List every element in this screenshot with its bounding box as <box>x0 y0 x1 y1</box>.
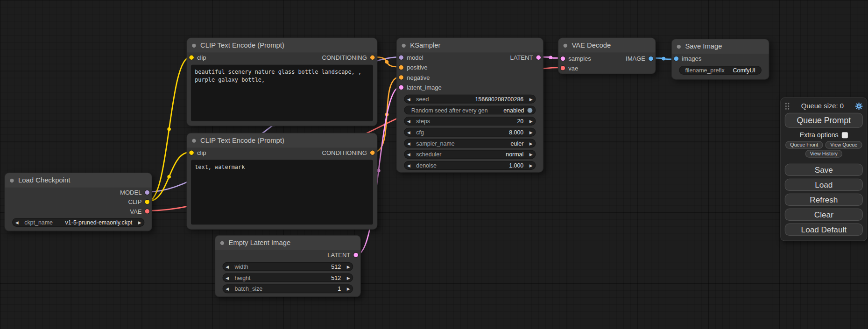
widget-value: v1-5-pruned-emaonly.ckpt <box>65 219 133 225</box>
increment-arrow-icon[interactable] <box>135 220 144 225</box>
widget-label: batch_size <box>235 286 263 292</box>
widget-filename-prefix[interactable]: filename_prefix ComfyUI <box>679 66 762 75</box>
widget-steps[interactable]: steps 20 <box>404 117 536 126</box>
increment-arrow-icon[interactable] <box>527 130 535 135</box>
positive-prompt-textarea[interactable]: beautiful scenery nature glass bottle la… <box>191 65 373 121</box>
output-dot-model[interactable] <box>145 190 149 194</box>
widget-seed[interactable]: seed 156680208700286 <box>404 95 536 104</box>
output-dot-conditioning[interactable] <box>370 56 374 60</box>
output-dot-vae[interactable] <box>145 209 149 213</box>
save-button[interactable]: Save <box>785 164 863 176</box>
node-empty-latent-image[interactable]: Empty Latent Image LATENT width 512 heig… <box>215 235 361 297</box>
widget-scheduler[interactable]: scheduler normal <box>404 150 536 159</box>
load-default-button[interactable]: Load Default <box>785 224 863 236</box>
node-title-bar[interactable]: Save Image <box>672 39 769 54</box>
node-clip-text-encode-negative[interactable]: CLIP Text Encode (Prompt) clip CONDITION… <box>186 133 377 229</box>
node-ksampler[interactable]: KSampler model LATENT positive negative … <box>396 38 543 173</box>
increment-arrow-icon[interactable] <box>527 119 535 124</box>
input-dot-negative[interactable] <box>399 75 403 79</box>
input-dot-clip[interactable] <box>189 56 193 60</box>
decrement-arrow-icon[interactable] <box>404 141 413 146</box>
link-midpoint-dot <box>167 127 171 131</box>
input-dot-samples[interactable] <box>561 56 565 60</box>
widget-label: width <box>235 263 248 270</box>
widget-batch-size[interactable]: batch_size 1 <box>222 284 353 293</box>
widget-height[interactable]: height 512 <box>222 273 353 282</box>
link-midpoint-dot <box>549 56 553 59</box>
input-dot-clip[interactable] <box>189 150 193 154</box>
input-dot-images[interactable] <box>674 56 678 61</box>
widget-label: filename_prefix <box>685 67 724 73</box>
slot-row: VAE <box>5 206 152 216</box>
collapse-dot-icon[interactable] <box>564 43 567 47</box>
queue-prompt-button[interactable]: Queue Prompt <box>785 113 863 128</box>
node-vae-decode[interactable]: VAE Decode samples IMAGE vae <box>558 38 656 74</box>
node-title-bar[interactable]: CLIP Text Encode (Prompt) <box>187 38 377 53</box>
decrement-arrow-icon[interactable] <box>223 264 232 269</box>
node-clip-text-encode-positive[interactable]: CLIP Text Encode (Prompt) clip CONDITION… <box>186 38 377 126</box>
input-dot-model[interactable] <box>399 56 403 60</box>
node-load-checkpoint[interactable]: Load Checkpoint MODEL CLIP VAE ckpt_name… <box>4 173 152 231</box>
node-title-bar[interactable]: VAE Decode <box>558 38 655 53</box>
view-queue-button[interactable]: View Queue <box>826 141 862 149</box>
widget-label: ckpt_name <box>24 219 53 225</box>
extra-options-label: Extra options <box>800 131 839 139</box>
input-dot-positive[interactable] <box>399 65 403 70</box>
decrement-arrow-icon[interactable] <box>404 119 413 124</box>
graph-canvas[interactable]: Load Checkpoint MODEL CLIP VAE ckpt_name… <box>0 0 868 329</box>
increment-arrow-icon[interactable] <box>527 152 535 157</box>
decrement-arrow-icon[interactable] <box>223 286 232 291</box>
increment-arrow-icon[interactable] <box>344 286 353 291</box>
widget-cfg[interactable]: cfg 8.000 <box>404 128 536 137</box>
input-dot-latent-image[interactable] <box>399 85 403 90</box>
input-label: model <box>407 54 423 61</box>
output-dot-conditioning[interactable] <box>370 150 374 154</box>
widget-random-seed-toggle[interactable]: Random seed after every gen enabled <box>404 105 536 114</box>
settings-gear-icon[interactable] <box>855 102 863 110</box>
node-title-bar[interactable]: CLIP Text Encode (Prompt) <box>187 133 377 148</box>
node-title-bar[interactable]: Load Checkpoint <box>5 173 152 188</box>
output-dot-latent[interactable] <box>353 253 358 257</box>
queue-front-button[interactable]: Queue Front <box>785 141 823 149</box>
decrement-arrow-icon[interactable] <box>404 152 413 157</box>
increment-arrow-icon[interactable] <box>527 163 535 168</box>
decrement-arrow-icon[interactable] <box>13 220 21 225</box>
view-history-button[interactable]: View History <box>805 150 842 158</box>
output-dot-latent[interactable] <box>536 56 541 60</box>
refresh-button[interactable]: Refresh <box>785 194 863 206</box>
output-dot-image[interactable] <box>649 56 653 60</box>
collapse-dot-icon[interactable] <box>677 44 681 48</box>
collapse-dot-icon[interactable] <box>192 139 196 142</box>
increment-arrow-icon[interactable] <box>344 275 353 280</box>
clear-button[interactable]: Clear <box>785 209 863 221</box>
widget-ckpt-name[interactable]: ckpt_name v1-5-pruned-emaonly.ckpt <box>12 218 144 227</box>
collapse-dot-icon[interactable] <box>402 43 406 47</box>
node-title-bar[interactable]: Empty Latent Image <box>215 236 360 250</box>
node-save-image[interactable]: Save Image images filename_prefix ComfyU… <box>671 39 769 80</box>
input-dot-vae[interactable] <box>561 65 565 70</box>
extra-options-checkbox[interactable] <box>842 132 848 138</box>
node-title: Save Image <box>685 42 722 50</box>
widget-sampler-name[interactable]: sampler_name euler <box>404 139 536 148</box>
widget-label: Random seed after every gen <box>411 107 488 113</box>
input-label: clip <box>197 149 206 156</box>
decrement-arrow-icon[interactable] <box>404 163 413 168</box>
decrement-arrow-icon[interactable] <box>404 97 413 102</box>
widget-width[interactable]: width 512 <box>222 262 353 271</box>
collapse-dot-icon[interactable] <box>192 43 196 47</box>
drag-handle-icon[interactable] <box>785 102 790 110</box>
collapse-dot-icon[interactable] <box>220 241 224 245</box>
decrement-arrow-icon[interactable] <box>404 130 413 135</box>
load-button[interactable]: Load <box>785 179 863 191</box>
increment-arrow-icon[interactable] <box>344 264 353 269</box>
toggle-icon[interactable] <box>528 108 533 113</box>
increment-arrow-icon[interactable] <box>527 141 535 146</box>
output-dot-clip[interactable] <box>145 199 149 203</box>
node-title-bar[interactable]: KSampler <box>397 38 543 53</box>
collapse-dot-icon[interactable] <box>10 178 14 182</box>
increment-arrow-icon[interactable] <box>527 97 535 102</box>
slot-row: vae <box>558 63 655 72</box>
decrement-arrow-icon[interactable] <box>223 275 232 280</box>
negative-prompt-textarea[interactable]: text, watermark <box>191 160 373 225</box>
widget-denoise[interactable]: denoise 1.000 <box>404 161 536 170</box>
